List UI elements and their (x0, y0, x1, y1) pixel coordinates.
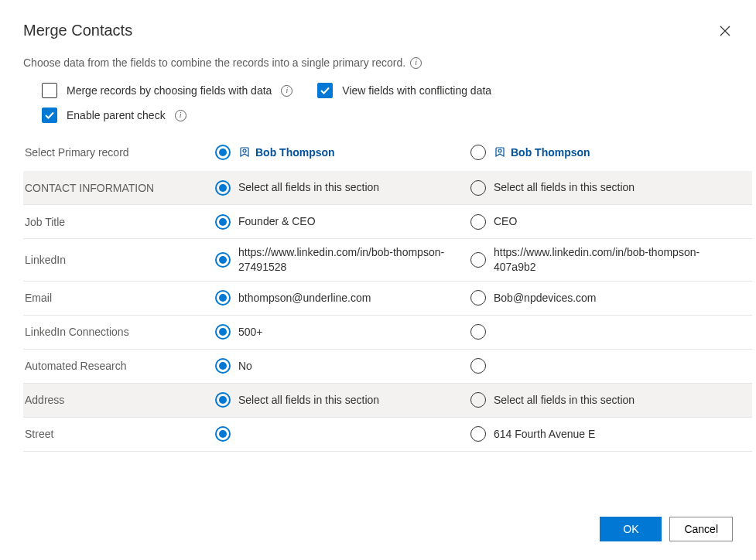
section-address: Address Select all fields in this sectio… (23, 384, 752, 418)
radio-field-a[interactable] (215, 214, 231, 230)
info-icon[interactable]: i (175, 110, 186, 121)
field-row-job-title: Job Title Founder & CEO CEO (23, 205, 752, 239)
field-label: LinkedIn Connections (23, 326, 215, 338)
checkbox-enable-parent-check[interactable] (42, 108, 57, 123)
field-row-linkedin: LinkedIn https://www.linkedin.com/in/bob… (23, 239, 752, 282)
field-value-b (470, 324, 726, 340)
cancel-button[interactable]: Cancel (669, 517, 733, 541)
check-icon (320, 85, 330, 96)
field-label: Email (23, 292, 215, 304)
scroll-region[interactable]: Choose data from the fields to combine t… (23, 44, 752, 503)
field-value-text: Bob@npdevices.com (494, 291, 597, 306)
field-label: Street (23, 428, 215, 440)
field-value-text: https://www.linkedin.com/in/bob-thompson… (238, 245, 461, 275)
checkbox-merge-by-data[interactable] (42, 83, 57, 98)
field-row-email: Email bthompson@underline.com Bob@npdevi… (23, 282, 752, 316)
option-label: Merge records by choosing fields with da… (67, 84, 272, 97)
field-label: Job Title (23, 216, 215, 228)
ok-button[interactable]: OK (600, 517, 662, 541)
primary-record-col-a: Bob Thompson (215, 145, 470, 160)
field-label: Automated Research (23, 360, 215, 372)
radio-select-all-a[interactable] (215, 392, 231, 408)
options-row-2: Enable parent check i (42, 108, 752, 123)
dialog-footer: OK Cancel (0, 503, 756, 560)
field-value-b: https://www.linkedin.com/in/bob-thompson… (470, 245, 726, 275)
select-all-label: Select all fields in this section (494, 393, 635, 408)
field-value-text: 500+ (238, 325, 263, 340)
radio-primary-b[interactable] (470, 145, 486, 160)
section-header-label: CONTACT INFORMATION (23, 182, 215, 194)
field-value-a: No (215, 358, 470, 374)
radio-field-a[interactable] (215, 358, 231, 374)
merge-table: Select Primary record Bob Thompson Bob T… (23, 137, 752, 503)
field-value-text: bthompson@underline.com (238, 291, 371, 306)
radio-select-all-a[interactable] (215, 180, 231, 196)
radio-field-b[interactable] (470, 214, 486, 230)
radio-field-b[interactable] (470, 252, 486, 268)
section-contact-information: CONTACT INFORMATION Select all fields in… (23, 171, 752, 205)
close-icon (720, 26, 730, 36)
section-select-all-a: Select all fields in this section (215, 180, 470, 196)
field-value-a: Founder & CEO (215, 214, 470, 230)
primary-record-col-b: Bob Thompson (470, 145, 726, 160)
option-view-conflicting[interactable]: View fields with conflicting data (317, 83, 491, 98)
options-row-1: Merge records by choosing fields with da… (42, 83, 752, 98)
option-merge-by-data[interactable]: Merge records by choosing fields with da… (42, 83, 292, 98)
field-row-automated-research: Automated Research No (23, 350, 752, 384)
section-header-label: Address (23, 394, 215, 406)
radio-field-b[interactable] (470, 324, 486, 340)
field-value-text: Founder & CEO (238, 214, 316, 229)
radio-field-a[interactable] (215, 324, 231, 340)
option-label: Enable parent check (67, 109, 166, 121)
close-button[interactable] (717, 23, 733, 39)
field-value-b: CEO (470, 214, 726, 230)
info-icon[interactable]: i (410, 57, 422, 69)
field-value-text: 614 Fourth Avenue E (494, 427, 595, 442)
primary-record-label: Select Primary record (23, 146, 215, 159)
instruction-text: Choose data from the fields to combine t… (23, 56, 752, 69)
field-value-a: 500+ (215, 324, 470, 340)
select-all-label: Select all fields in this section (494, 180, 635, 195)
record-name: Bob Thompson (511, 145, 590, 160)
section-select-all-a: Select all fields in this section (215, 392, 470, 408)
field-label: LinkedIn (23, 254, 215, 266)
field-value-text: CEO (494, 214, 517, 229)
primary-record-row: Select Primary record Bob Thompson Bob T… (23, 137, 752, 171)
radio-primary-a[interactable] (215, 145, 231, 160)
radio-select-all-b[interactable] (470, 392, 486, 408)
field-value-text: https://www.linkedin.com/in/bob-thompson… (494, 245, 717, 275)
dialog-body: Choose data from the fields to combine t… (0, 44, 756, 503)
field-value-b: Bob@npdevices.com (470, 290, 726, 306)
section-select-all-b: Select all fields in this section (470, 392, 726, 408)
select-all-label: Select all fields in this section (238, 180, 379, 195)
field-value-a: bthompson@underline.com (215, 290, 470, 306)
field-value-b: 614 Fourth Avenue E (470, 426, 726, 442)
field-value-a (215, 426, 470, 442)
contact-icon (238, 146, 251, 159)
radio-field-a[interactable] (215, 426, 231, 442)
radio-field-b[interactable] (470, 290, 486, 306)
field-value-a: https://www.linkedin.com/in/bob-thompson… (215, 245, 470, 275)
field-row-linkedin-connections: LinkedIn Connections 500+ (23, 316, 752, 350)
overflow-spacer (23, 452, 752, 503)
checkbox-view-conflicting[interactable] (317, 83, 333, 98)
radio-field-b[interactable] (470, 426, 486, 442)
radio-field-a[interactable] (215, 290, 231, 306)
option-label: View fields with conflicting data (342, 84, 491, 97)
instruction-label: Choose data from the fields to combine t… (23, 56, 405, 69)
section-select-all-b: Select all fields in this section (470, 180, 726, 196)
field-row-street: Street 614 Fourth Avenue E (23, 418, 752, 452)
dialog-header: Merge Contacts (0, 0, 756, 44)
contact-icon (494, 146, 506, 159)
field-value-b (470, 358, 726, 374)
radio-field-b[interactable] (470, 358, 486, 374)
info-icon[interactable]: i (281, 85, 292, 97)
dialog-title: Merge Contacts (23, 22, 132, 39)
check-icon (44, 110, 55, 121)
radio-select-all-b[interactable] (470, 180, 486, 196)
record-name: Bob Thompson (255, 145, 335, 160)
option-enable-parent-check[interactable]: Enable parent check i (42, 108, 186, 123)
radio-field-a[interactable] (215, 252, 231, 268)
field-value-text: No (238, 359, 252, 374)
merge-contacts-dialog: Merge Contacts Choose data from the fiel… (0, 0, 756, 560)
